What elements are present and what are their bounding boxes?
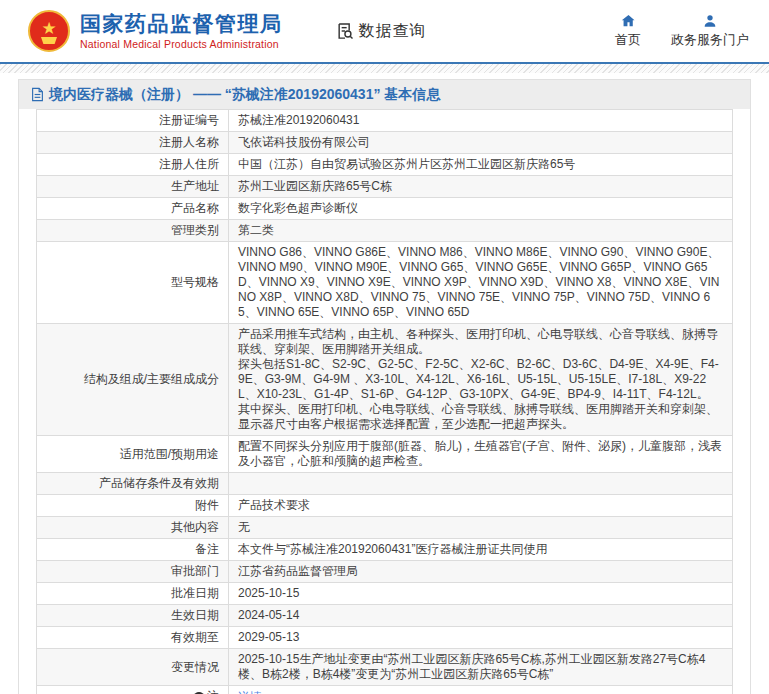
row-label: 附件: [195, 498, 219, 513]
org-name: 国家药品监督管理局: [80, 12, 283, 35]
nav-home-label: 首页: [615, 31, 641, 49]
nav-portal[interactable]: 政务服务门户: [671, 13, 749, 49]
row-label: 注: [207, 689, 219, 694]
info-table-body: 注册证编号 苏械注准20192060431 注册人名称 飞依诺科技股份有限公司 …: [37, 110, 733, 694]
table-row: 审批部门 江苏省药品监督管理局: [37, 561, 733, 583]
table-row: 有效期至 2029-05-13: [37, 627, 733, 649]
table-row: 产品名称 数字化彩色超声诊断仪: [37, 198, 733, 220]
row-label: 注册人住所: [159, 157, 219, 172]
table-row: 管理类别 第二类: [37, 220, 733, 242]
row-label: 管理类别: [171, 223, 219, 238]
row-value: 本文件与“苏械注准20192060431”医疗器械注册证共同使用: [229, 539, 733, 561]
row-value: 数字化彩色超声诊断仪: [229, 198, 733, 220]
row-value: 2025-10-15生产地址变更由“苏州工业园区新庆路65号C栋,苏州工业园区新…: [229, 649, 733, 686]
table-row: 注 详情: [37, 686, 733, 694]
row-value: 江苏省药品监督管理局: [229, 561, 733, 583]
page-title-bar: 境内医疗器械（注册） —— “苏械注准20192060431” 基本信息: [19, 80, 750, 109]
table-row: 变更情况 2025-10-15生产地址变更由“苏州工业园区新庆路65号C栋,苏州…: [37, 649, 733, 686]
row-value: 无: [229, 517, 733, 539]
nav-home[interactable]: 首页: [615, 13, 641, 49]
star-icon: ★: [41, 20, 56, 37]
row-value: 2029-05-13: [229, 627, 733, 649]
row-value: 苏械注准20192060431: [229, 110, 733, 132]
row-label: 产品名称: [171, 201, 219, 216]
header-nav: 首页 政务服务门户: [615, 13, 749, 49]
user-icon: [702, 13, 718, 29]
row-value: VINNO G86、VINNO G86E、VINNO M86、VINNO M86…: [229, 242, 733, 324]
row-value: 苏州工业园区新庆路65号C栋: [229, 176, 733, 198]
row-value: 详情: [229, 686, 733, 694]
table-row: 注册证编号 苏械注准20192060431: [37, 110, 733, 132]
table-row: 注册人住所 中国（江苏）自由贸易试验区苏州片区苏州工业园区新庆路65号: [37, 154, 733, 176]
row-value: 中国（江苏）自由贸易试验区苏州片区苏州工业园区新庆路65号: [229, 154, 733, 176]
row-value: 产品采用推车式结构，由主机、各种探头、医用打印机、心电导联线、心音导联线、脉搏导…: [229, 324, 733, 436]
table-row: 生效日期 2024-05-14: [37, 605, 733, 627]
row-label: 批准日期: [171, 586, 219, 601]
hatched-strip: [0, 64, 769, 73]
row-value: 产品技术要求: [229, 495, 733, 517]
document-icon: [31, 87, 44, 102]
row-label: 审批部门: [171, 564, 219, 579]
row-label: 型号规格: [171, 275, 219, 290]
row-value: 配置不同探头分别应用于腹部(脏器、胎儿)，生殖器官(子宫、附件、泌尿)，儿童腹部…: [229, 436, 733, 473]
row-label: 变更情况: [171, 660, 219, 675]
row-label: 注册证编号: [159, 113, 219, 128]
home-icon: [620, 13, 637, 29]
data-query-label: 数据查询: [359, 21, 427, 42]
table-row: 其他内容 无: [37, 517, 733, 539]
org-title-block: 国家药品监督管理局 National Medical Products Admi…: [80, 12, 283, 49]
registration-info-table: 注册证编号 苏械注准20192060431 注册人名称 飞依诺科技股份有限公司 …: [36, 109, 733, 694]
table-row: 批准日期 2025-10-15: [37, 583, 733, 605]
row-label: 其他内容: [171, 520, 219, 535]
row-label: 生产地址: [171, 179, 219, 194]
data-query-entry[interactable]: 数据查询: [335, 21, 427, 42]
table-row: 适用范围/预期用途 配置不同探头分别应用于腹部(脏器、胎儿)，生殖器官(子宫、附…: [37, 436, 733, 473]
doc-search-icon: [335, 21, 355, 41]
row-label: 有效期至: [171, 630, 219, 645]
table-row: 注册人名称 飞依诺科技股份有限公司: [37, 132, 733, 154]
table-row: 备注 本文件与“苏械注准20192060431”医疗器械注册证共同使用: [37, 539, 733, 561]
row-value: [229, 473, 733, 495]
table-row: 产品储存条件及有效期: [37, 473, 733, 495]
national-emblem: ★: [28, 10, 70, 52]
table-row: 生产地址 苏州工业园区新庆路65号C栋: [37, 176, 733, 198]
row-value: 2024-05-14: [229, 605, 733, 627]
page-title: 境内医疗器械（注册） —— “苏械注准20192060431” 基本信息: [49, 86, 440, 104]
row-label: 结构及组成/主要组成成分: [84, 372, 219, 387]
row-value: 2025-10-15: [229, 583, 733, 605]
row-value: 飞依诺科技股份有限公司: [229, 132, 733, 154]
row-label: 注册人名称: [159, 135, 219, 150]
content-card: 境内医疗器械（注册） —— “苏械注准20192060431” 基本信息 注册证…: [18, 79, 751, 694]
nav-portal-label: 政务服务门户: [671, 31, 749, 49]
row-label: 适用范围/预期用途: [120, 447, 219, 462]
row-value: 第二类: [229, 220, 733, 242]
row-label: 产品储存条件及有效期: [99, 476, 219, 491]
row-label: 生效日期: [171, 608, 219, 623]
detail-link[interactable]: 详情: [238, 690, 262, 694]
row-label: 备注: [195, 542, 219, 557]
table-row: 结构及组成/主要组成成分 产品采用推车式结构，由主机、各种探头、医用打印机、心电…: [37, 324, 733, 436]
table-row: 型号规格 VINNO G86、VINNO G86E、VINNO M86、VINN…: [37, 242, 733, 324]
org-name-en: National Medical Products Administration: [80, 38, 283, 50]
table-row: 附件 产品技术要求: [37, 495, 733, 517]
site-header: ★ 国家药品监督管理局 National Medical Products Ad…: [0, 0, 769, 62]
